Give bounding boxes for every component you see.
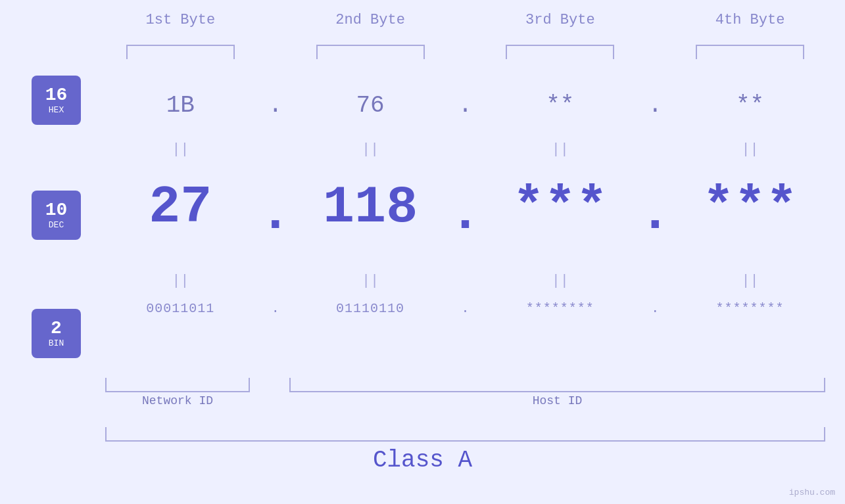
byte2-header: 2nd Byte bbox=[295, 12, 446, 28]
hex-badge-num: 16 bbox=[45, 85, 68, 106]
bracket-byte4-top bbox=[696, 45, 804, 59]
bottom-brackets bbox=[105, 378, 825, 392]
eq1-byte3: || bbox=[485, 141, 636, 158]
byte1-header: 1st Byte bbox=[105, 12, 256, 28]
bracket-byte2-top bbox=[316, 45, 425, 59]
dec-row: 27 . 118 . *** . *** bbox=[105, 171, 825, 244]
bin-byte2: 01110110 bbox=[295, 301, 446, 316]
eq-row1: || || || || bbox=[105, 141, 825, 158]
bin-dot1: . bbox=[256, 301, 295, 316]
dec-dot3: . bbox=[635, 171, 675, 244]
eq1-byte1: || bbox=[105, 141, 256, 158]
watermark: ipshu.com bbox=[789, 488, 835, 497]
class-label: Class A bbox=[0, 447, 845, 474]
eq2-byte2: || bbox=[295, 273, 446, 289]
dec-badge: 10 DEC bbox=[32, 191, 81, 240]
hex-byte1: 1B bbox=[105, 92, 256, 119]
bracket-byte1-top bbox=[126, 45, 235, 59]
hex-byte3: ** bbox=[485, 92, 636, 119]
bin-badge-num: 2 bbox=[51, 319, 62, 339]
dec-byte1: 27 bbox=[105, 177, 256, 237]
dec-byte4: *** bbox=[675, 177, 825, 237]
hex-byte4: ** bbox=[675, 92, 825, 119]
hex-byte2: 76 bbox=[295, 92, 446, 119]
byte-headers: 1st Byte 2nd Byte 3rd Byte 4th Byte bbox=[105, 12, 825, 28]
byte4-header: 4th Byte bbox=[675, 12, 825, 28]
eq1-byte4: || bbox=[675, 141, 825, 158]
hex-dot1: . bbox=[256, 92, 295, 119]
network-id-bracket bbox=[105, 378, 250, 392]
host-id-bracket bbox=[289, 378, 825, 392]
eq1-byte2: || bbox=[295, 141, 446, 158]
bin-badge-label: BIN bbox=[49, 338, 64, 348]
eq2-byte1: || bbox=[105, 273, 256, 289]
eq2-byte4: || bbox=[675, 273, 825, 289]
page-container: 1st Byte 2nd Byte 3rd Byte 4th Byte 16 H… bbox=[0, 0, 845, 504]
eq-row2: || || || || bbox=[105, 273, 825, 289]
bin-byte3: ******** bbox=[485, 301, 636, 316]
hex-dot2: . bbox=[446, 92, 485, 119]
bin-byte1: 00011011 bbox=[105, 301, 256, 316]
bin-badge: 2 BIN bbox=[32, 309, 81, 358]
dec-byte3: *** bbox=[485, 177, 636, 237]
bin-dot2: . bbox=[446, 301, 485, 316]
top-brackets bbox=[105, 45, 825, 59]
dec-byte2: 118 bbox=[295, 177, 446, 237]
hex-row: 1B . 76 . ** . ** bbox=[105, 92, 825, 119]
hex-badge-label: HEX bbox=[49, 105, 64, 115]
network-id-label: Network ID bbox=[105, 394, 250, 407]
bin-dot3: . bbox=[635, 301, 675, 316]
dec-dot2: . bbox=[446, 171, 485, 244]
dec-badge-label: DEC bbox=[49, 220, 64, 230]
class-bracket bbox=[105, 427, 825, 442]
bin-byte4: ******** bbox=[675, 301, 825, 316]
bin-row: 00011011 . 01110110 . ******** . *******… bbox=[105, 301, 825, 316]
dec-dot1: . bbox=[256, 171, 295, 244]
hex-badge: 16 HEX bbox=[32, 76, 81, 125]
id-labels: Network ID Host ID bbox=[105, 394, 825, 407]
dec-badge-num: 10 bbox=[45, 200, 68, 221]
eq2-byte3: || bbox=[485, 273, 636, 289]
host-id-label: Host ID bbox=[289, 394, 825, 407]
byte3-header: 3rd Byte bbox=[485, 12, 636, 28]
hex-dot3: . bbox=[635, 92, 675, 119]
bracket-byte3-top bbox=[506, 45, 614, 59]
